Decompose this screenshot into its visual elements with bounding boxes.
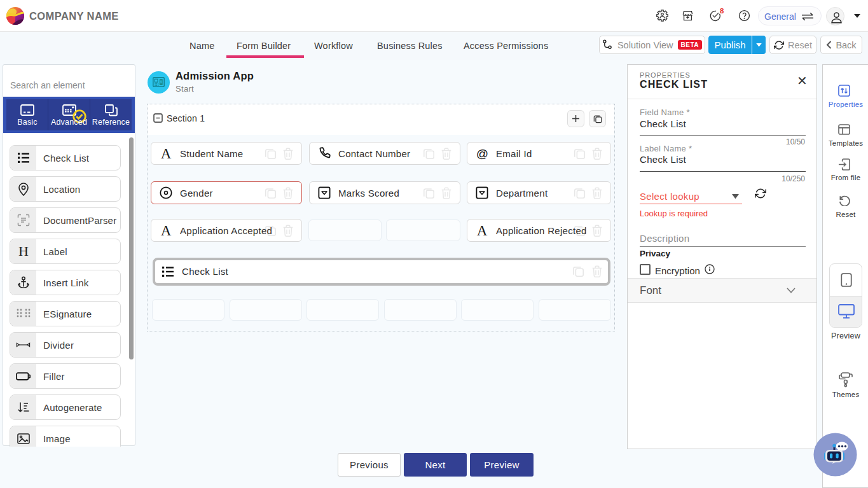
svg-text:@: @ — [476, 147, 488, 160]
svg-text:A: A — [161, 147, 172, 160]
svg-text:A: A — [477, 224, 488, 237]
svg-text:A: A — [161, 224, 172, 237]
svg-text:H: H — [18, 245, 29, 258]
